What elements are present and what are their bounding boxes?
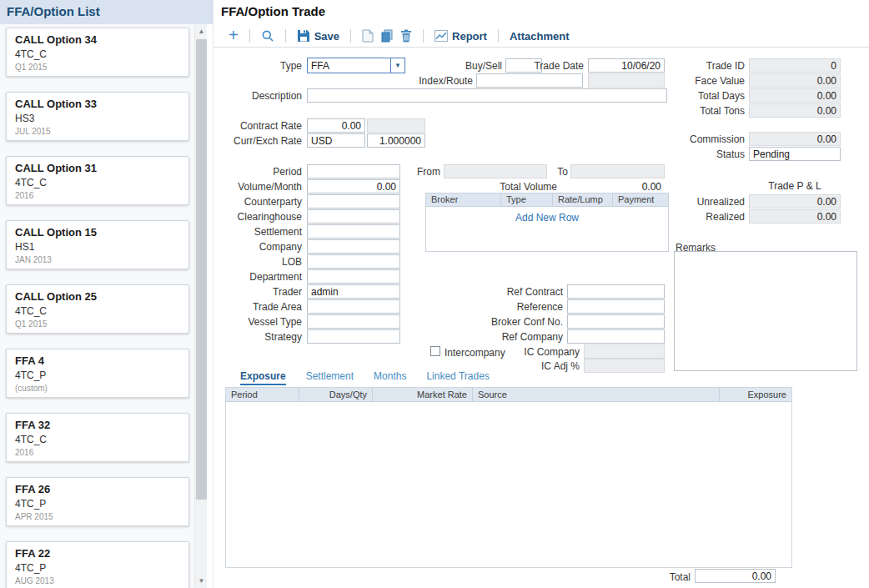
total-days-field — [749, 88, 841, 103]
trade-date-label: Trade Date — [530, 59, 584, 73]
tab-months[interactable]: Months — [374, 370, 406, 385]
list-item[interactable]: CALL Option 31 4TC_C 2016 — [6, 156, 189, 205]
intercompany-checkbox[interactable] — [430, 346, 440, 356]
list-item[interactable]: CALL Option 15 HS1 JAN 2013 — [6, 220, 189, 269]
new-document-button[interactable] — [362, 29, 374, 43]
vessel-type-label: Vessel Type — [208, 315, 302, 329]
department-label: Department — [208, 270, 302, 284]
strategy-input[interactable] — [307, 329, 400, 344]
exch-rate-input[interactable] — [367, 133, 425, 148]
unrealized-field — [749, 194, 841, 209]
list-item-sub: HS3 — [15, 113, 180, 124]
scroll-up-icon[interactable]: ▲ — [195, 24, 208, 38]
contract-rate-input[interactable] — [307, 118, 365, 133]
ic-adj-label: IC Adj % — [505, 359, 580, 373]
settlement-input[interactable] — [307, 224, 400, 239]
list-item-name: FFA 32 — [15, 419, 180, 431]
contract-rate-label: Contract Rate — [208, 119, 302, 133]
reference-input[interactable] — [567, 299, 665, 314]
copy-button[interactable] — [380, 29, 394, 43]
list-item-sub: 4TC_P — [15, 498, 180, 510]
total-volume-label: Total Volume — [484, 180, 557, 193]
toolbar-separator — [285, 29, 286, 43]
volume-month-input[interactable] — [307, 179, 400, 193]
period-input[interactable] — [307, 164, 400, 178]
save-icon — [297, 29, 310, 43]
scroll-down-icon[interactable]: ▼ — [195, 574, 208, 588]
list-item[interactable]: FFA 4 4TC_P (custom) — [6, 349, 189, 398]
chevron-down-icon[interactable]: ▼ — [390, 58, 404, 73]
lob-input[interactable] — [307, 254, 400, 269]
tab-settlement[interactable]: Settlement — [306, 370, 354, 385]
currency-input[interactable] — [307, 133, 365, 148]
list-item-period: 2016 — [15, 191, 180, 200]
list-item-name: FFA 26 — [15, 483, 180, 495]
add-new-row-link[interactable]: Add New Row — [426, 212, 668, 224]
list-item[interactable]: FFA 32 4TC_C 2016 — [6, 413, 189, 462]
page-title: FFA/Option Trade — [221, 4, 325, 18]
list-item[interactable]: CALL Option 25 4TC_C Q1 2015 — [6, 284, 189, 334]
list-item-period: Q1 2015 — [15, 63, 180, 72]
type-select[interactable]: FFA ▼ — [307, 58, 405, 73]
trade-date-input[interactable] — [588, 58, 665, 73]
ic-adj-field — [584, 359, 665, 373]
trash-icon — [400, 29, 412, 43]
exposure-table-header: Period Days/Qty Market Rate Source Expos… — [226, 388, 791, 402]
list-item-name: CALL Option 34 — [15, 33, 180, 46]
ref-contract-input[interactable] — [567, 284, 665, 299]
delete-button[interactable] — [400, 29, 412, 43]
company-input[interactable] — [307, 239, 400, 254]
list-item[interactable]: FFA 26 4TC_P APR 2015 — [6, 477, 189, 526]
description-input[interactable] — [307, 88, 667, 103]
detail-tabs: Exposure Settlement Months Linked Trades — [240, 370, 490, 385]
list-item[interactable]: FFA 22 4TC_P AUG 2013 — [6, 541, 189, 588]
intercompany-label: Intercompany — [445, 346, 511, 359]
broker-conf-no-input[interactable] — [567, 314, 665, 329]
list-item-name: FFA 4 — [15, 354, 180, 367]
ref-company-input[interactable] — [567, 329, 665, 344]
to-label: To — [546, 165, 568, 178]
remarks-textarea[interactable] — [674, 251, 857, 371]
list-item-period: 2016 — [15, 448, 180, 457]
add-button[interactable]: + — [229, 27, 239, 43]
save-button[interactable]: Save — [297, 29, 339, 43]
tab-linked-trades[interactable]: Linked Trades — [426, 370, 489, 385]
total-volume-value: 0.00 — [567, 180, 661, 193]
trader-input[interactable] — [307, 284, 400, 299]
list-item-name: CALL Option 33 — [15, 98, 180, 110]
search-icon — [261, 29, 274, 43]
report-label: Report — [452, 30, 487, 43]
status-label: Status — [667, 148, 745, 161]
department-input[interactable] — [307, 269, 400, 284]
report-button[interactable]: Report — [435, 30, 487, 43]
lob-label: LOB — [208, 255, 302, 269]
tab-exposure[interactable]: Exposure — [240, 370, 286, 385]
broker-col-header: Type — [501, 193, 553, 206]
app-window: FFA/Option List CALL Option 34 4TC_C Q1 … — [0, 0, 869, 588]
scrollbar-thumb[interactable] — [196, 39, 207, 500]
sidebar-scrollbar[interactable]: ▲ ▼ — [194, 24, 207, 588]
trade-id-label: Trade ID — [667, 59, 745, 73]
list-item[interactable]: CALL Option 34 4TC_C Q1 2015 — [6, 28, 189, 77]
index-route-input[interactable] — [476, 73, 583, 88]
copy-icon — [380, 29, 394, 43]
clearinghouse-input[interactable] — [307, 209, 400, 224]
list-item-name: CALL Option 31 — [15, 162, 180, 174]
list-item-period: (custom) — [15, 384, 180, 393]
status-field[interactable] — [749, 147, 841, 161]
search-button[interactable] — [261, 29, 274, 43]
realized-label: Realized — [667, 210, 745, 224]
counterparty-input[interactable] — [307, 194, 400, 209]
list-item-name: FFA 22 — [15, 547, 180, 560]
broker-table: Broker Type Rate/Lump Payment Add New Ro… — [425, 193, 669, 252]
exposure-col-header: Market Rate — [373, 388, 473, 401]
trade-area-input[interactable] — [307, 299, 400, 314]
list-item[interactable]: CALL Option 33 HS3 JUL 2015 — [6, 92, 189, 141]
attachment-button[interactable]: Attachment — [510, 30, 570, 43]
list-item-sub: 4TC_C — [15, 305, 180, 317]
broker-col-header: Payment — [613, 193, 668, 206]
list-item-name: CALL Option 25 — [15, 290, 180, 303]
toolbar-separator — [350, 29, 351, 43]
realized-field — [749, 209, 841, 224]
vessel-type-input[interactable] — [307, 314, 400, 329]
